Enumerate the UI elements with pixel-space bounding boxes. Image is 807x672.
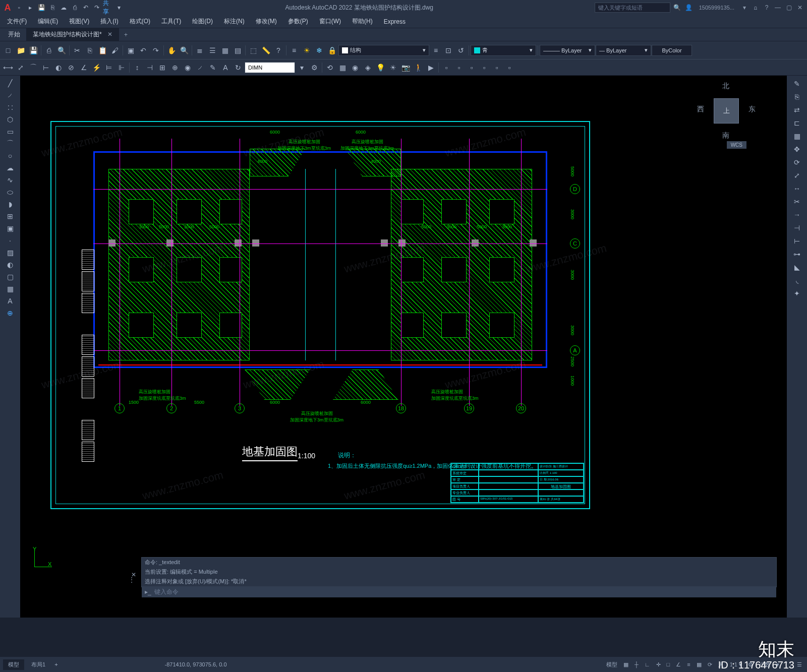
menu-draw[interactable]: 绘图(D) (187, 15, 218, 28)
tool-tp-icon[interactable]: ▤ (232, 44, 244, 56)
linetype-dropdown[interactable]: ——— ByLayer▾ (540, 45, 595, 56)
viewcube-east[interactable]: 东 (748, 105, 756, 114)
layer-dropdown[interactable]: 结构▾ (338, 45, 429, 56)
tool-freeze-icon[interactable]: ❄ (313, 44, 325, 56)
tool-copy-icon[interactable]: ⎘ (84, 44, 96, 56)
autodesk-icon[interactable]: ⩍ (751, 3, 761, 13)
tool-xline-icon[interactable]: ⟋ (3, 90, 17, 101)
color-dropdown[interactable]: 青▾ (471, 45, 536, 56)
dim-radius-icon[interactable]: ◐ (52, 62, 65, 74)
dim-tolerance-icon[interactable]: ⊞ (156, 62, 168, 74)
qat-open-icon[interactable]: ▸ (25, 3, 35, 13)
tool-insertblock-icon[interactable]: ⊞ (3, 211, 17, 222)
tool-break2-icon[interactable]: ⊢ (791, 235, 803, 247)
minimize-icon[interactable]: — (773, 3, 783, 13)
qat-plot-icon[interactable]: ⎙ (70, 3, 80, 13)
tool-gradient-icon[interactable]: ◐ (3, 259, 17, 270)
layout-add[interactable]: + (52, 660, 60, 668)
tool-materials-icon[interactable]: ◈ (362, 62, 374, 74)
dim-break-icon[interactable]: ⊣ (144, 62, 156, 74)
tool-measure-icon[interactable]: 📏 (260, 44, 272, 56)
status-otrack-icon[interactable]: ∠ (674, 660, 683, 669)
tool-paste-icon[interactable]: 📋 (96, 44, 108, 56)
qat-redo-icon[interactable]: ↷ (92, 3, 102, 13)
tool-cut-icon[interactable]: ✂ (71, 44, 83, 56)
dim-linear-icon[interactable]: ⟷ (2, 62, 14, 74)
tool-circle-icon[interactable]: ○ (3, 150, 17, 161)
dim-jogged-icon[interactable]: ⟋ (194, 62, 206, 74)
tool-props-icon[interactable]: ☰ (206, 44, 218, 56)
status-snap-icon[interactable]: ┼ (632, 660, 641, 668)
tool-hatch-icon[interactable]: ▨ (3, 247, 17, 258)
tool-layers-icon[interactable]: ≣ (194, 44, 206, 56)
status-polar-icon[interactable]: ✛ (654, 660, 663, 669)
qat-saveas-icon[interactable]: ⎘ (47, 3, 57, 13)
tool-dc-icon[interactable]: ▦ (219, 44, 231, 56)
tool-copy2-icon[interactable]: ⎘ (791, 91, 803, 103)
dim-arc-icon[interactable]: ⌒ (27, 62, 39, 74)
tool-extra6-icon[interactable]: ▫ (503, 62, 515, 74)
tool-render-icon[interactable]: ◉ (349, 62, 361, 74)
dim-baseline-icon[interactable]: ⊨ (103, 62, 115, 74)
tool-rotate-icon[interactable]: ⟳ (791, 156, 803, 168)
status-grid-icon[interactable]: ▦ (621, 660, 630, 669)
viewcube-top[interactable]: 上 (714, 98, 739, 124)
qat-dropdown-icon[interactable]: ▾ (114, 3, 124, 13)
tool-pan-icon[interactable]: ✋ (165, 44, 178, 56)
menu-help[interactable]: 帮助(H) (347, 15, 378, 28)
qat-share-icon[interactable]: 共享 (103, 3, 113, 13)
tool-fillet-icon[interactable]: ◟ (791, 274, 803, 286)
tool-extra4-icon[interactable]: ▫ (478, 62, 490, 74)
menu-dimension[interactable]: 标注(N) (219, 15, 250, 28)
tool-array-icon[interactable]: ▦ (791, 130, 803, 142)
menu-edit[interactable]: 编辑(E) (33, 15, 63, 28)
signin-icon[interactable]: 👤 (684, 3, 694, 13)
tool-help2-icon[interactable]: ? (272, 44, 284, 56)
tool-print-icon[interactable]: ⎙ (43, 44, 55, 56)
tool-save-icon[interactable]: 💾 (27, 44, 39, 56)
dim-space-icon[interactable]: ↕ (131, 62, 143, 74)
tool-extra5-icon[interactable]: ▫ (491, 62, 503, 74)
tool-extend-icon[interactable]: → (791, 209, 803, 221)
tool-spline-icon[interactable]: ∿ (3, 174, 17, 186)
tool-layeriso-icon[interactable]: ⊡ (442, 44, 454, 56)
tool-arc2-icon[interactable]: ⌒ (3, 138, 17, 149)
tool-pline-icon[interactable]: ⸬ (3, 102, 17, 113)
dim-diameter-icon[interactable]: ⊘ (65, 62, 77, 74)
menu-tools[interactable]: 工具(T) (156, 15, 186, 28)
menu-insert[interactable]: 插入(I) (95, 15, 123, 28)
tool-block-icon[interactable]: ▣ (125, 44, 137, 56)
command-line[interactable]: 命令: _textedit 当前设置: 编辑模式 = Multiple 选择注释… (141, 557, 777, 587)
tool-walk-icon[interactable]: 🚶 (412, 62, 424, 74)
status-osnap-icon[interactable]: □ (665, 660, 672, 668)
model-tab[interactable]: 模型 (3, 659, 24, 670)
qat-new-icon[interactable]: ▫ (14, 3, 24, 13)
search-icon[interactable]: 🔍 (673, 4, 681, 11)
plotstyle-dropdown[interactable]: ByColor (652, 45, 692, 56)
status-customize-icon[interactable]: ☰ (795, 660, 804, 669)
maximize-icon[interactable]: ▢ (784, 3, 794, 13)
dim-inspect-icon[interactable]: ◉ (182, 62, 194, 74)
dim-quick-icon[interactable]: ⚡ (90, 62, 102, 74)
status-ortho-icon[interactable]: ∟ (643, 660, 652, 668)
status-cycle-icon[interactable]: ⟳ (706, 660, 714, 669)
tool-extra3-icon[interactable]: ▫ (466, 62, 478, 74)
tool-table-icon[interactable]: ▦ (3, 283, 17, 294)
menu-view[interactable]: 视图(V) (64, 15, 94, 28)
tool-region-icon[interactable]: ▢ (3, 271, 17, 282)
tool-new-icon[interactable]: □ (2, 44, 14, 56)
tool-offset-icon[interactable]: ⊏ (791, 117, 803, 129)
tool-stretch-icon[interactable]: ↔ (791, 182, 803, 195)
tool-sun-icon[interactable]: ☀ (301, 44, 313, 56)
tool-makeblock-icon[interactable]: ▣ (3, 223, 17, 234)
tool-3drotate-icon[interactable]: ⟲ (324, 62, 336, 74)
tab-add[interactable]: + (119, 29, 133, 40)
tool-scale-icon[interactable]: ⤢ (791, 169, 803, 181)
dim-ordinate-icon[interactable]: ⊢ (40, 62, 52, 74)
tool-camera-icon[interactable]: 📷 (399, 62, 412, 74)
tool-preview-icon[interactable]: 🔍 (55, 44, 68, 56)
dimstyle-input[interactable] (245, 62, 295, 73)
tool-point-icon[interactable]: · (3, 235, 17, 246)
dim-continue-icon[interactable]: ⊩ (116, 62, 128, 74)
tool-zoom-icon[interactable]: 🔍 (178, 44, 190, 56)
